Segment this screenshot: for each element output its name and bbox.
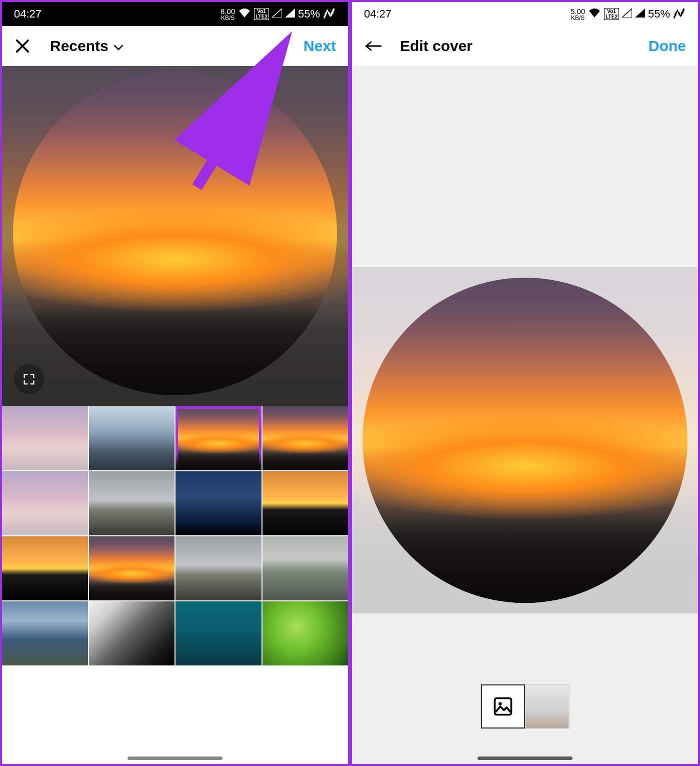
done-button[interactable]: Done xyxy=(648,38,686,55)
lte-badge: Vo1 LTE2 xyxy=(604,8,619,20)
preview-area[interactable] xyxy=(2,66,348,406)
gallery-thumb[interactable] xyxy=(2,406,88,470)
album-selector[interactable]: Recents xyxy=(50,38,124,55)
svg-point-2 xyxy=(498,702,502,705)
gallery-thumb[interactable] xyxy=(89,406,175,470)
expand-crop-button[interactable] xyxy=(14,364,44,394)
signal-icon xyxy=(622,8,632,21)
signal-icon xyxy=(272,8,282,21)
status-time: 04:27 xyxy=(14,8,42,21)
charging-icon: 🗲 xyxy=(673,7,686,22)
gallery-thumb[interactable] xyxy=(2,601,88,665)
edit-preview-area[interactable] xyxy=(352,66,698,764)
lte-badge: Vo1 LTE2 xyxy=(254,8,269,20)
gallery-thumb[interactable] xyxy=(176,471,262,535)
home-indicator[interactable] xyxy=(478,756,572,760)
gallery-thumb[interactable] xyxy=(176,406,262,470)
circle-crop-preview xyxy=(13,71,337,395)
status-bar: 04:27 5.00 KB/S Vo1 LTE2 55% 🗲 xyxy=(352,2,698,26)
signal-icon xyxy=(285,8,295,21)
app-bar: Edit cover Done xyxy=(352,26,698,66)
phone-right: 04:27 5.00 KB/S Vo1 LTE2 55% 🗲 Edit c xyxy=(350,0,700,766)
gallery-thumb[interactable] xyxy=(262,536,348,600)
cover-canvas xyxy=(352,267,698,613)
data-speed: 5.00 KB/S xyxy=(570,8,585,21)
wifi-icon xyxy=(238,8,251,21)
cover-thumb[interactable] xyxy=(525,684,569,728)
gallery-thumb[interactable] xyxy=(2,536,88,600)
gallery-thumb[interactable] xyxy=(176,536,262,600)
gallery-thumb[interactable] xyxy=(176,601,262,665)
app-bar: Recents Next xyxy=(2,26,348,66)
wifi-icon xyxy=(588,8,601,21)
back-icon[interactable] xyxy=(364,39,386,53)
home-indicator[interactable] xyxy=(128,756,222,760)
signal-icon xyxy=(635,8,645,21)
gallery-thumb[interactable] xyxy=(262,406,348,470)
status-right: 5.00 KB/S Vo1 LTE2 55% 🗲 xyxy=(570,7,686,22)
gallery-thumb[interactable] xyxy=(89,471,175,535)
status-bar: 04:27 8.00 KB/S Vo1 LTE2 55% 🗲 xyxy=(2,2,348,26)
page-title: Edit cover xyxy=(400,38,472,55)
cover-circle xyxy=(362,278,688,603)
cover-source-strip xyxy=(480,684,570,729)
data-speed: 8.00 KB/S xyxy=(220,8,235,21)
svg-rect-1 xyxy=(495,698,512,715)
charging-icon: 🗲 xyxy=(323,7,336,22)
gallery-thumb[interactable] xyxy=(262,471,348,535)
battery-text: 55% xyxy=(298,8,320,21)
battery-text: 55% xyxy=(648,8,670,21)
close-icon[interactable] xyxy=(14,38,36,55)
next-button[interactable]: Next xyxy=(304,38,336,55)
chevron-down-icon xyxy=(114,38,124,55)
gallery-thumb[interactable] xyxy=(2,471,88,535)
add-from-gallery-button[interactable] xyxy=(481,684,525,728)
gallery-grid xyxy=(2,406,348,764)
phone-left: 04:27 8.00 KB/S Vo1 LTE2 55% 🗲 Recent xyxy=(0,0,350,766)
status-right: 8.00 KB/S Vo1 LTE2 55% 🗲 xyxy=(220,7,336,22)
gallery-thumb[interactable] xyxy=(89,536,175,600)
status-time: 04:27 xyxy=(364,8,392,21)
gallery-thumb[interactable] xyxy=(262,601,348,665)
gallery-thumb[interactable] xyxy=(89,601,175,665)
album-name: Recents xyxy=(50,38,108,55)
